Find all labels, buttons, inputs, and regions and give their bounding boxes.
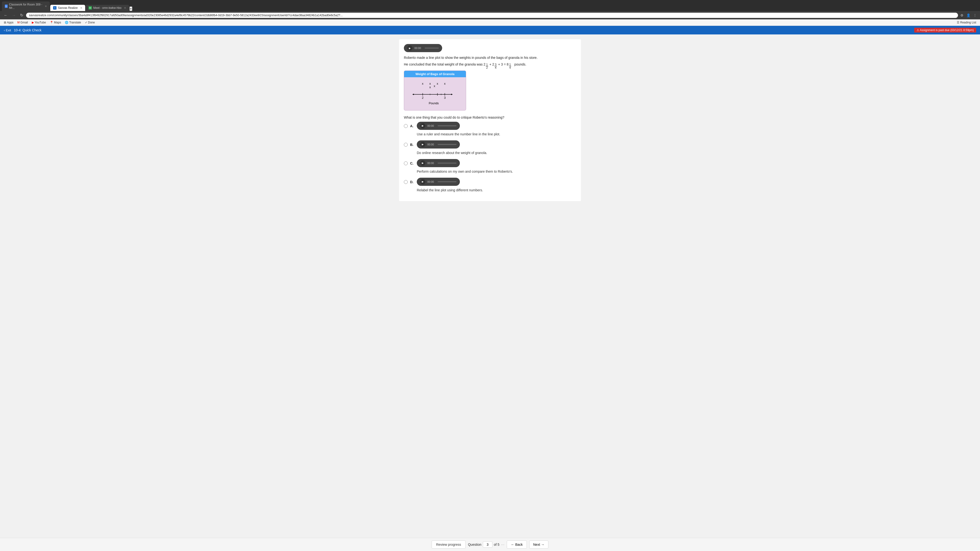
bookmark-gmail[interactable]: M Gmail (16, 20, 29, 25)
radio-a[interactable] (404, 124, 408, 128)
svg-text:x: x (444, 82, 446, 86)
menu-button[interactable]: ⋮ (972, 13, 978, 18)
svg-text:x: x (429, 86, 431, 89)
radio-c[interactable] (404, 162, 408, 165)
option-label-a: A. (410, 124, 414, 128)
svg-marker-8 (451, 94, 453, 95)
progress-bar-c[interactable] (438, 163, 457, 164)
line-plot-body: x x x x x x (404, 77, 466, 110)
bookmark-translate-label: Translate (69, 21, 81, 24)
address-input[interactable] (26, 13, 958, 18)
audio-time-d: 00:00 (427, 180, 436, 183)
bookmark-translate[interactable]: 🌐 Translate (64, 20, 83, 25)
option-label-c: C. (410, 162, 414, 165)
tab-favicon-meet: M (89, 6, 92, 10)
option-content-b: ▶ 00:00 Do online research about the wei… (417, 140, 487, 155)
main-audio-time: 00:00 (414, 47, 423, 49)
progress-bar-d[interactable] (438, 181, 457, 182)
new-tab-button[interactable]: + (129, 6, 132, 11)
play-button-b[interactable]: ▶ (420, 142, 425, 147)
tab-classwork[interactable]: G Classwork for Room 309 - Mr... ✕ (2, 2, 50, 11)
exit-arrow-icon: ‹ (4, 29, 5, 32)
main-play-button[interactable]: ▶ (407, 45, 412, 51)
option-label-b: B. (410, 143, 414, 147)
tab-favicon-savvas: S (53, 6, 56, 10)
svg-text:Pounds: Pounds (429, 102, 439, 105)
past-due-text: Assignment is past due (03/12/21 8:59pm) (920, 29, 974, 32)
past-due-badge: ⚠ Assignment is past due (03/12/21 8:59p… (914, 28, 976, 33)
line-plot-svg: x x x x x x (408, 79, 462, 106)
bookmark-youtube-label: YouTube (35, 21, 46, 24)
extensions-button[interactable]: ⚙ (959, 13, 964, 18)
exit-button[interactable]: ‹ Exit (4, 29, 11, 32)
reading-list-icon: ☰ (957, 21, 959, 24)
play-button-c[interactable]: ▶ (420, 160, 425, 166)
close-tab-classwork[interactable]: ✕ (45, 5, 47, 8)
bookmark-gmail-label: Gmail (20, 21, 28, 24)
option-label-d: D. (410, 180, 414, 184)
intro-text-2: He concluded that the total weight of th… (404, 62, 576, 69)
svg-marker-7 (412, 94, 414, 95)
progress-bar-a[interactable] (438, 125, 457, 126)
reading-list-button[interactable]: ☰ Reading List (955, 20, 978, 25)
radio-b[interactable] (404, 143, 408, 147)
radio-d[interactable] (404, 180, 408, 184)
browser-window: G Classwork for Room 309 - Mr... ✕ S Sav… (0, 0, 980, 26)
reload-button[interactable]: ↻ (19, 13, 25, 18)
option-content-c: ▶ 00:00 Perform calculations on my own a… (417, 159, 513, 173)
play-button-a[interactable]: ▶ (420, 123, 425, 129)
gmail-icon: M (17, 21, 20, 24)
audio-player-a[interactable]: ▶ 00:00 (417, 122, 460, 130)
profile-button[interactable]: 👤 (966, 13, 971, 18)
warning-icon: ⚠ (916, 29, 919, 32)
audio-player-b[interactable]: ▶ 00:00 (417, 140, 460, 149)
option-text-d: Relabel the line plot using different nu… (417, 188, 483, 192)
tab-bar: G Classwork for Room 309 - Mr... ✕ S Sav… (0, 0, 980, 11)
answer-section: A. ▶ 00:00 Use a ruler and measure the n… (404, 122, 576, 192)
bookmark-maps[interactable]: 📍 Maps (48, 20, 62, 25)
tab-label-classwork: Classwork for Room 309 - Mr... (9, 3, 42, 10)
tab-savvas[interactable]: S Savvas Realize ✕ (50, 5, 85, 11)
tab-meet[interactable]: M Meet - omn-kwkw-hbo ✕ (86, 5, 129, 11)
close-tab-savvas[interactable]: ✕ (80, 6, 82, 10)
progress-bar-b[interactable] (438, 144, 457, 145)
line-plot-container: Weight of Bags of Granola x x x x x x (404, 71, 466, 111)
apps-icon: ⊞ (4, 21, 6, 24)
svg-text:x: x (434, 84, 436, 88)
bookmark-youtube[interactable]: ▶ YouTube (30, 20, 48, 25)
option-content-d: ▶ 00:00 Relabel the line plot using diff… (417, 178, 483, 192)
main-audio-player[interactable]: ▶ 00:00 (404, 44, 442, 52)
bookmark-apps[interactable]: ⊞ Apps (2, 20, 15, 25)
back-navigation-button[interactable]: ← (2, 13, 9, 18)
audio-time-b: 00:00 (427, 143, 436, 146)
play-button-d[interactable]: ▶ (420, 179, 425, 184)
option-text-c: Perform calculations on my own and compa… (417, 170, 513, 173)
audio-time-a: 00:00 (427, 124, 436, 127)
audio-time-c: 00:00 (427, 162, 436, 165)
option-text-a: Use a ruler and measure the number line … (417, 132, 500, 136)
close-tab-meet[interactable]: ✕ (124, 6, 126, 10)
bookmark-apps-label: Apps (7, 21, 13, 24)
option-content-a: ▶ 00:00 Use a ruler and measure the numb… (417, 122, 500, 136)
svg-text:2: 2 (422, 96, 423, 100)
main-audio-progress-bar[interactable] (425, 48, 439, 49)
bookmarks-bar: ⊞ Apps M Gmail ▶ YouTube 📍 Maps 🌐 Transl… (0, 19, 980, 26)
reading-list-label: Reading List (960, 21, 976, 24)
svg-text:x: x (429, 82, 431, 86)
bookmark-done[interactable]: ✓ Done (83, 20, 96, 25)
forward-navigation-button[interactable]: → (11, 13, 17, 18)
audio-player-c[interactable]: ▶ 00:00 (417, 159, 460, 167)
option-text-b: Do online research about the weight of g… (417, 151, 487, 155)
intro-text-1: Roberto made a line plot to show the wei… (404, 55, 576, 60)
youtube-icon: ▶ (32, 21, 34, 24)
line-plot-header: Weight of Bags of Granola (404, 71, 466, 77)
audio-player-d[interactable]: ▶ 00:00 (417, 178, 460, 186)
bookmark-maps-label: Maps (54, 21, 61, 24)
answer-option-a: A. ▶ 00:00 Use a ruler and measure the n… (404, 122, 576, 136)
app-header-left: ‹ Exit 10-4: Quick Check (4, 28, 41, 32)
tab-label-meet: Meet - omn-kwkw-hbo (93, 6, 121, 10)
tab-favicon-classwork: G (5, 5, 8, 8)
svg-text:x: x (437, 82, 438, 86)
svg-text:x: x (422, 82, 424, 86)
bookmark-done-label: Done (88, 21, 95, 24)
